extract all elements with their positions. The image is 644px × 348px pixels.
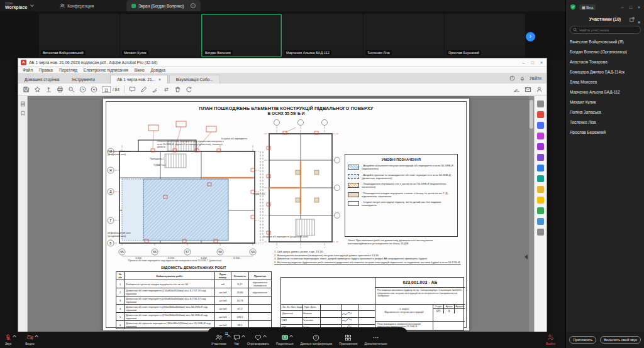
video-tile[interactable]: A Марченко Альона БАД-112: [282, 14, 363, 57]
more-button[interactable]: Дополнительно: [365, 334, 387, 345]
maximize-button[interactable]: □: [630, 5, 632, 9]
apps-button[interactable]: Приложения: [339, 334, 357, 345]
unmute-button[interactable]: Включить свой звук: [600, 336, 641, 344]
chevron-up-icon[interactable]: [13, 335, 16, 339]
acrobat-tool-icon[interactable]: [537, 175, 544, 182]
acrobat-tool-icon[interactable]: [537, 111, 544, 118]
chevron-up-icon[interactable]: [289, 335, 293, 339]
account-icon[interactable]: [536, 86, 543, 93]
maximize-button[interactable]: □: [531, 60, 534, 65]
acrobat-tool-icon[interactable]: [537, 186, 544, 193]
chevron-up-icon[interactable]: [35, 335, 38, 339]
print-icon[interactable]: [57, 86, 64, 93]
participant-row[interactable]: Б Бомацара Дмитро БАД-114ск: [566, 67, 644, 77]
video-tile[interactable]: Богдан Воленко Богдан Воленко: [201, 14, 282, 57]
acrobat-tool-icon[interactable]: [537, 154, 544, 161]
participant-row[interactable]: Михаил Кулик: [566, 97, 644, 107]
tab-home[interactable]: Домашня сторінка: [18, 75, 65, 84]
search-icon[interactable]: [68, 86, 75, 93]
save-icon[interactable]: [23, 86, 30, 93]
acrobat-tool-icon[interactable]: [537, 218, 544, 225]
minimize-button[interactable]: –: [523, 60, 525, 65]
acrobat-tool-icon[interactable]: [537, 165, 544, 171]
acrobat-tool-icon[interactable]: [537, 122, 544, 129]
chat-button[interactable]: Чат: [233, 334, 240, 345]
acrobat-tool-icon[interactable]: [537, 133, 544, 139]
panel-collapse-icon[interactable]: [525, 254, 528, 259]
participant-row[interactable]: Я Ярослав Бережний: [566, 127, 644, 137]
menu-item[interactable]: Електронне підписання: [84, 68, 128, 72]
help-icon[interactable]: ?: [509, 75, 515, 81]
video-tile[interactable]: Михаил Кулик: [120, 14, 201, 57]
acrobat-tool-icon[interactable]: [537, 207, 544, 214]
acrobat-tool-icon[interactable]: [537, 229, 544, 236]
star-icon[interactable]: [34, 86, 41, 93]
view-button[interactable]: ▦ Вид: [579, 4, 596, 10]
pencil-icon[interactable]: [140, 86, 147, 93]
chevron-up-icon[interactable]: [242, 335, 245, 339]
participant-row[interactable]: А Марченко Альона БАД-112: [566, 87, 644, 97]
chevron-up-icon[interactable]: [228, 335, 231, 339]
export-icon[interactable]: [163, 86, 170, 93]
trash-icon[interactable]: [174, 86, 181, 93]
tab-document-2[interactable]: Візуалізація Собо...: [169, 75, 220, 84]
tab-screen-share[interactable]: Экран (Богдан Воленко) –: [126, 0, 201, 11]
participant-row[interactable]: П Поліна Запаська: [566, 107, 644, 117]
participants-button[interactable]: 11 Участники: [211, 334, 226, 345]
page-number-input[interactable]: 11: [102, 86, 111, 93]
minimize-button[interactable]: –: [621, 5, 624, 9]
close-tab-icon[interactable]: ×: [158, 77, 161, 82]
menu-item[interactable]: Файл: [23, 68, 33, 72]
participant-row[interactable]: В Вячеслав Войцеховський (Я): [566, 36, 644, 46]
audio-button[interactable]: Звук: [5, 334, 11, 345]
page-thumbnails-icon[interactable]: [20, 101, 26, 107]
zoom-titlebar: zoom Workplace Конференция Экран (Богдан…: [0, 0, 644, 11]
share-up-icon[interactable]: [45, 86, 52, 93]
participant-row[interactable]: Б Богдан Воленко (Организатор): [566, 46, 644, 57]
signature-icon[interactable]: [513, 86, 520, 93]
rotate-icon[interactable]: [186, 86, 192, 93]
acrobat-tool-icon[interactable]: [537, 101, 544, 107]
invite-button[interactable]: Пригласить: [569, 336, 596, 344]
video-tile[interactable]: Тесленко Ліза Тесленко Ліза: [364, 14, 444, 57]
share-button[interactable]: Поделиться: [276, 334, 294, 345]
vertical-scrollbar[interactable]: [529, 96, 534, 332]
participant-row[interactable]: Анастасія Томарова: [566, 57, 644, 67]
page-down-icon[interactable]: [91, 86, 97, 93]
chevron-down-icon[interactable]: [30, 3, 34, 7]
acrobat-tool-icon[interactable]: [537, 143, 544, 150]
search-input[interactable]: [579, 28, 636, 32]
tab-tools[interactable]: Інструменти: [65, 75, 101, 84]
minimize-tab-icon[interactable]: –: [191, 3, 196, 8]
participant-row[interactable]: В Влад Моисеев: [566, 77, 644, 87]
sign-in-button[interactable]: Увійти: [530, 76, 541, 80]
acrobat-tool-icon[interactable]: [537, 197, 544, 204]
menu-item[interactable]: Перегляд: [59, 68, 77, 72]
meeting-info-button[interactable]: Данные конференции: [300, 334, 332, 345]
pop-out-icon[interactable]: [630, 17, 635, 22]
next-participants-button[interactable]: ›: [526, 32, 535, 41]
participant-row[interactable]: Т Тесленко Ліза: [566, 117, 644, 127]
close-button[interactable]: ×: [540, 60, 543, 65]
menu-item[interactable]: Правка: [39, 68, 53, 72]
close-button[interactable]: ×: [638, 5, 640, 9]
video-tile[interactable]: Ярослав Береж... Ярослав Бережний: [445, 14, 525, 57]
tab-meeting[interactable]: Конференция: [55, 0, 99, 11]
menu-item[interactable]: Довідка: [151, 68, 165, 72]
video-button[interactable]: Видео: [25, 334, 35, 345]
tab-document-active[interactable]: АБ 1 черга нов. 21... ×: [110, 75, 168, 84]
envelope-icon[interactable]: [525, 86, 531, 93]
participant-search[interactable]: [570, 26, 641, 34]
scrollbar-thumb[interactable]: [530, 100, 533, 129]
menu-item[interactable]: Вікно: [135, 68, 145, 72]
bell-icon[interactable]: [519, 75, 525, 81]
page-up-icon[interactable]: [79, 86, 86, 93]
leave-button[interactable]: Выйти: [546, 334, 555, 345]
chevron-up-icon[interactable]: [263, 335, 267, 339]
video-tile[interactable]: B Вячеслав Войцеховський: [39, 14, 119, 57]
react-button[interactable]: Отреагировать: [247, 334, 269, 345]
sign-icon[interactable]: [152, 86, 158, 93]
comment-icon[interactable]: [129, 86, 136, 93]
security-shield-icon[interactable]: [570, 4, 576, 10]
bookmarks-icon[interactable]: [20, 111, 26, 116]
